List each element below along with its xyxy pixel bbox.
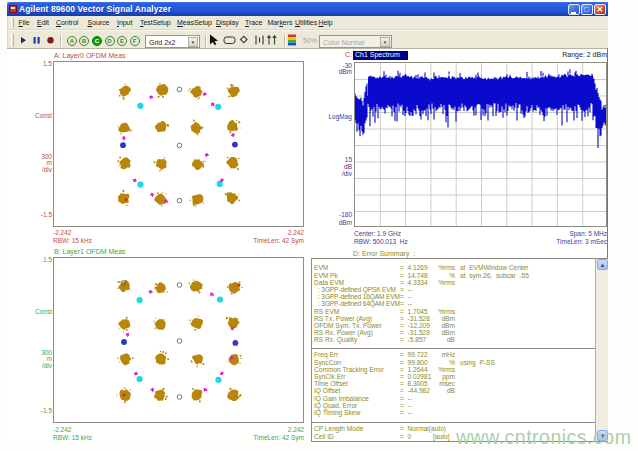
svg-text:50%: 50%: [303, 37, 317, 44]
